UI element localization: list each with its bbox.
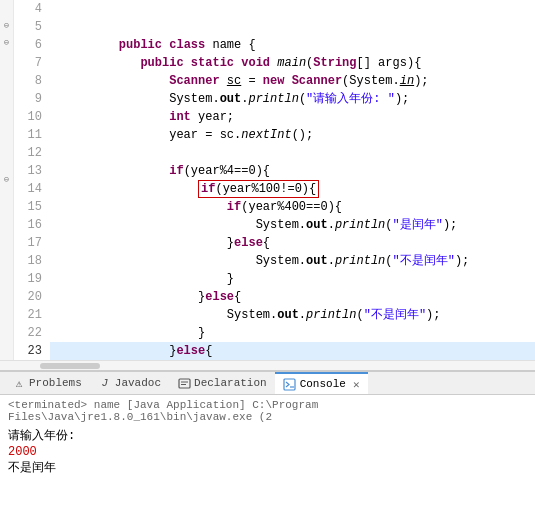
tab-problems[interactable]: ⚠ Problems — [4, 372, 90, 394]
console-input-value: 2000 — [8, 445, 527, 459]
gutter-line-4 — [2, 0, 12, 17]
svg-rect-0 — [179, 379, 190, 388]
gutter-line-19 — [2, 257, 12, 274]
gutter-line-5[interactable]: ⊖ — [2, 17, 12, 34]
code-line-13: if(year%100!=0){ — [50, 162, 535, 180]
code-line-5: public class name { — [50, 18, 535, 36]
gutter-line-21 — [2, 291, 12, 308]
console-terminated-line: <terminated> name [Java Application] C:\… — [8, 399, 527, 423]
gutter-line-23 — [2, 326, 12, 343]
gutter-line-7 — [2, 51, 12, 68]
gutter-line-16 — [2, 206, 12, 223]
tab-javadoc-label: Javadoc — [115, 377, 161, 389]
line-numbers: 4 5 6 7 8 9 10 11 12 13 14 15 16 17 18 1… — [14, 0, 50, 360]
ln-10: 10 — [18, 108, 42, 126]
ln-19: 19 — [18, 270, 42, 288]
tab-declaration[interactable]: Declaration — [169, 372, 275, 394]
ln-14: 14 — [18, 180, 42, 198]
gutter-line-13 — [2, 154, 12, 171]
ln-12: 12 — [18, 144, 42, 162]
ln-8: 8 — [18, 72, 42, 90]
gutter-line-10 — [2, 103, 12, 120]
javadoc-icon: J — [98, 376, 112, 390]
tab-javadoc[interactable]: J Javadoc — [90, 372, 169, 394]
gutter-line-12 — [2, 137, 12, 154]
ln-5: 5 — [18, 18, 42, 36]
gutter-line-18 — [2, 240, 12, 257]
gutter-line-24 — [2, 343, 12, 360]
tabs-bar: ⚠ Problems J Javadoc Declaration Console… — [0, 371, 535, 395]
ln-21: 21 — [18, 306, 42, 324]
code-container: ⊖ ⊖ ⊖ 4 5 6 7 8 9 — [0, 0, 535, 360]
gutter-line-14[interactable]: ⊖ — [2, 171, 12, 188]
scrollbar-thumb[interactable] — [40, 363, 100, 369]
gutter-line-8 — [2, 69, 12, 86]
ln-18: 18 — [18, 252, 42, 270]
ln-13: 13 — [18, 162, 42, 180]
code-line-12: if(year%4==0){ — [50, 144, 535, 162]
code-line-4 — [50, 0, 535, 18]
gutter-line-15 — [2, 189, 12, 206]
ln-20: 20 — [18, 288, 42, 306]
gutter-line-22 — [2, 309, 12, 326]
tab-declaration-label: Declaration — [194, 377, 267, 389]
bottom-panel: ⚠ Problems J Javadoc Declaration Console… — [0, 370, 535, 529]
console-result: 不是闰年 — [8, 459, 527, 477]
console-prompt-label: 请输入年份: — [8, 427, 527, 445]
ln-11: 11 — [18, 126, 42, 144]
gutter-line-6[interactable]: ⊖ — [2, 34, 12, 51]
gutter-line-11 — [2, 120, 12, 137]
ln-9: 9 — [18, 90, 42, 108]
problems-icon: ⚠ — [12, 376, 26, 390]
tab-console[interactable]: Console ✕ — [275, 372, 368, 394]
console-close-icon[interactable]: ✕ — [353, 378, 360, 391]
ln-15: 15 — [18, 198, 42, 216]
ln-17: 17 — [18, 234, 42, 252]
gutter: ⊖ ⊖ ⊖ — [0, 0, 14, 360]
gutter-line-17 — [2, 223, 12, 240]
console-area: <terminated> name [Java Application] C:\… — [0, 395, 535, 529]
ln-16: 16 — [18, 216, 42, 234]
gutter-line-20 — [2, 274, 12, 291]
gutter-line-9 — [2, 86, 12, 103]
tab-problems-label: Problems — [29, 377, 82, 389]
ln-7: 7 — [18, 54, 42, 72]
code-lines: public class name { public static void m… — [50, 0, 535, 360]
ln-23: 23 — [18, 342, 42, 360]
ln-6: 6 — [18, 36, 42, 54]
console-icon — [283, 377, 297, 391]
declaration-icon — [177, 376, 191, 390]
ln-22: 22 — [18, 324, 42, 342]
editor-area: ⊖ ⊖ ⊖ 4 5 6 7 8 9 — [0, 0, 535, 370]
tab-console-label: Console — [300, 378, 346, 390]
horizontal-scrollbar[interactable] — [0, 360, 535, 370]
ln-4: 4 — [18, 0, 42, 18]
